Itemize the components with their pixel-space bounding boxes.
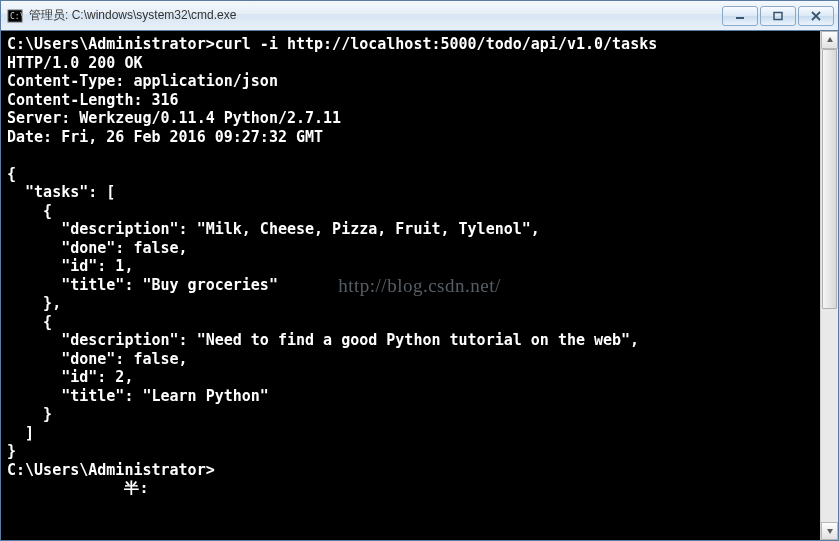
json-line: "description": "Need to find a good Pyth… [7,331,639,349]
prompt: C:\Users\Administrator> [7,461,215,479]
json-line: "done": false, [7,350,188,368]
header-line: Content-Type: application/json [7,72,278,90]
json-line: "done": false, [7,239,188,257]
svg-rect-3 [774,12,782,19]
json-line: } [7,405,52,423]
terminal-viewport[interactable]: C:\Users\Administrator>curl -i http://lo… [1,31,820,540]
svg-marker-7 [827,529,833,534]
cmd-window: C:\ 管理员: C:\windows\system32\cmd.exe C:\… [0,0,839,541]
terminal-output: C:\Users\Administrator>curl -i http://lo… [7,35,814,498]
close-button[interactable] [798,6,834,26]
maximize-button[interactable] [760,6,796,26]
scroll-down-button[interactable] [821,522,838,540]
client-area: C:\Users\Administrator>curl -i http://lo… [1,31,838,540]
svg-marker-6 [827,37,833,42]
http-status: HTTP/1.0 200 OK [7,54,142,72]
json-line: ] [7,424,34,442]
header-line: Server: Werkzeug/0.11.4 Python/2.7.11 [7,109,341,127]
json-line: "id": 1, [7,257,133,275]
json-line: "title": "Learn Python" [7,387,269,405]
json-line: { [7,313,52,331]
json-line: { [7,165,16,183]
vertical-scrollbar[interactable] [820,31,838,540]
cmd-icon: C:\ [7,8,23,24]
header-line: Date: Fri, 26 Feb 2016 09:27:32 GMT [7,128,323,146]
svg-text:C:\: C:\ [10,12,23,21]
scroll-up-button[interactable] [821,31,838,49]
json-line: "tasks": [ [7,183,115,201]
json-line: "title": "Buy groceries" [7,276,278,294]
titlebar[interactable]: C:\ 管理员: C:\windows\system32\cmd.exe [1,1,838,31]
prompt: C:\Users\Administrator> [7,35,215,53]
json-line: }, [7,294,61,312]
window-title: 管理员: C:\windows\system32\cmd.exe [29,7,236,24]
json-line: "id": 2, [7,368,133,386]
header-line: Content-Length: 316 [7,91,179,109]
json-line: { [7,202,52,220]
minimize-button[interactable] [722,6,758,26]
ime-composition: 半: [7,479,148,497]
scrollbar-thumb[interactable] [822,49,837,309]
command-text: curl -i http://localhost:5000/todo/api/v… [215,35,658,53]
json-line: "description": "Milk, Cheese, Pizza, Fru… [7,220,540,238]
json-line: } [7,442,16,460]
window-controls [722,6,834,26]
